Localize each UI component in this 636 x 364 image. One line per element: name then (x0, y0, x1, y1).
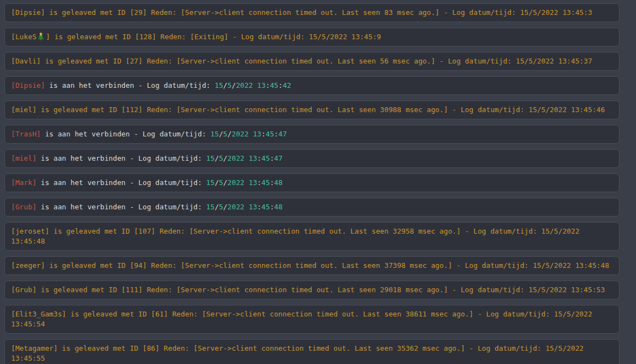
log-entry: [miel] is geleaved met ID [112] Reden: [… (4, 101, 619, 119)
log-text: [Davli] is geleaved met ID [27] Reden: [… (11, 57, 592, 65)
log-entry: [Davli] is geleaved met ID [27] Reden: [… (4, 52, 619, 71)
log-text: [jeroset] is geleaved met ID [107] Reden… (11, 227, 580, 245)
log-entry: [zeeger] is geleaved met ID [94] Reden: … (4, 256, 619, 275)
log-entry: [jeroset] is geleaved met ID [107] Reden… (4, 222, 619, 251)
player-name: [miel] (11, 154, 36, 162)
christmas-tree-icon (37, 32, 45, 40)
log-text: [LukeS (11, 33, 36, 41)
log-datetime: 15/5/2022 13:45:48 (206, 203, 282, 211)
log-entry: [Elit3_Gam3s] is geleaved met ID [61] Re… (4, 305, 619, 334)
log-entry: [LukeS] is geleaved met ID [128] Reden: … (4, 28, 619, 46)
log-text: is aan het verbinden - Log datum/tijd: (36, 154, 206, 162)
log-text: is aan het verbinden - Log datum/tijd: (36, 178, 206, 187)
player-name: [Grub] (11, 203, 36, 211)
log-text: is aan het verbinden - Log datum/tijd: (41, 130, 211, 138)
log-text: [Elit3_Gam3s] is geleaved met ID [61] Re… (11, 310, 592, 328)
log-entry: [Grub] is aan het verbinden - Log datum/… (4, 198, 619, 217)
log-entry: [Metagamer] is geleaved met ID [86] Rede… (4, 339, 619, 364)
log-entry: [Dipsie] is aan het verbinden - Log datu… (4, 76, 619, 95)
log-datetime: 15/5/2022 13:45:47 (206, 154, 282, 162)
log-text: [zeeger] is geleaved met ID [94] Reden: … (11, 261, 609, 270)
log-text: ] is geleaved met ID [128] Reden: [Exiti… (46, 33, 381, 41)
log-entry: [Grub] is geleaved met ID [111] Reden: [… (4, 281, 619, 299)
player-name: [Dipsie] (11, 81, 45, 89)
player-name: [TrasH] (11, 130, 41, 138)
log-entry: [miel] is aan het verbinden - Log datum/… (4, 149, 619, 168)
log-text: [Metagamer] is geleaved met ID [86] Rede… (11, 344, 584, 362)
player-name: [Mark] (11, 178, 36, 187)
log-datetime: 15/5/2022 13:45:48 (206, 178, 282, 187)
log-datetime: 15/5/2022 13:45:42 (214, 81, 291, 89)
log-text: [miel] is geleaved met ID [112] Reden: [… (11, 105, 605, 114)
log-entry: [TrasH] is aan het verbinden - Log datum… (4, 125, 619, 144)
log-text: is aan het verbinden - Log datum/tijd: (36, 203, 206, 211)
log-text: is aan het verbinden - Log datum/tijd: (45, 81, 214, 89)
log-entry: [Mark] is aan het verbinden - Log datum/… (4, 173, 619, 192)
log-datetime: 15/5/2022 13:45:47 (211, 130, 287, 138)
log-entry: [Dipsie] is geleaved met ID [29] Reden: … (4, 3, 619, 22)
log-list: [Dipsie] is geleaved met ID [29] Reden: … (4, 3, 619, 364)
log-text: [Grub] is geleaved met ID [111] Reden: [… (11, 286, 605, 294)
log-text: [Dipsie] is geleaved met ID [29] Reden: … (11, 8, 592, 17)
